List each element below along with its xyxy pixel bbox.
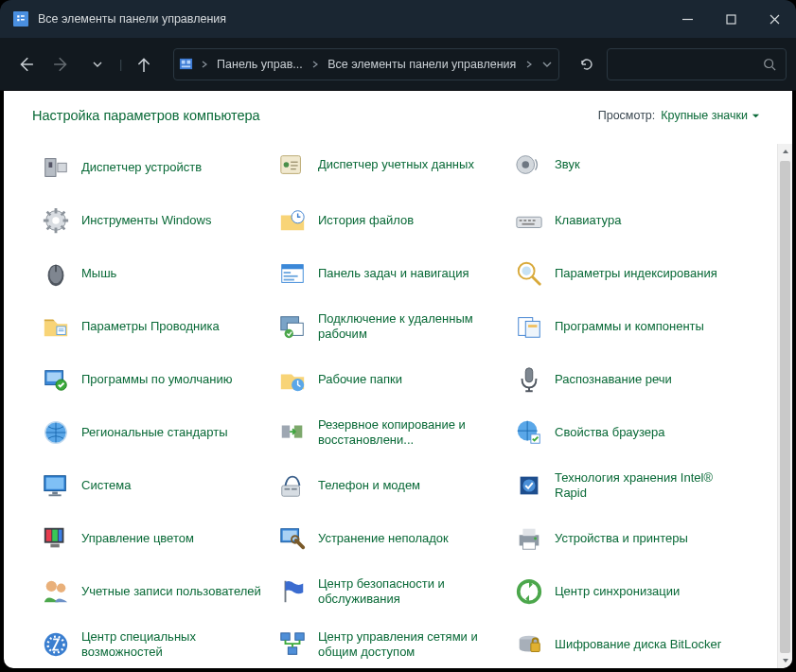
control-panel-item[interactable]: Параметры Проводника bbox=[32, 303, 269, 350]
control-panel-item[interactable]: Мышь bbox=[32, 250, 269, 297]
control-panel-item[interactable]: Телефон и модем bbox=[269, 462, 505, 509]
flag-icon bbox=[276, 575, 309, 608]
svg-rect-31 bbox=[59, 530, 62, 541]
svg-rect-43 bbox=[284, 272, 292, 274]
minimize-button[interactable] bbox=[665, 0, 709, 38]
breadcrumb-seg-1[interactable]: Панель управ... bbox=[211, 58, 309, 71]
mouse-icon bbox=[40, 257, 72, 290]
view-dropdown[interactable]: Крупные значки bbox=[661, 109, 760, 122]
navbar: | Панель управ... Все элементы панели уп… bbox=[0, 38, 796, 91]
control-panel-item[interactable]: Программы и компоненты bbox=[505, 303, 742, 350]
control-panel-item[interactable]: Система bbox=[32, 462, 269, 509]
refresh-button[interactable] bbox=[571, 48, 603, 80]
troubleshoot-icon bbox=[276, 522, 309, 555]
titlebar: Все элементы панели управления bbox=[0, 0, 796, 38]
item-label: Панель задач и навигация bbox=[318, 266, 469, 281]
item-label: Телефон и модем bbox=[318, 478, 420, 493]
item-label: Диспетчер устройств bbox=[81, 160, 202, 175]
control-panel-item[interactable]: Диспетчер устройств bbox=[32, 144, 269, 191]
content-area: Настройка параметров компьютера Просмотр… bbox=[4, 91, 792, 668]
item-label: Параметры индексирования bbox=[555, 266, 717, 281]
chevron-right-icon[interactable] bbox=[522, 61, 536, 68]
taskbar-icon bbox=[276, 257, 309, 290]
chevron-right-icon[interactable] bbox=[309, 61, 323, 68]
speech-icon bbox=[513, 363, 545, 396]
remote-icon bbox=[276, 310, 309, 343]
svg-point-48 bbox=[285, 329, 293, 338]
item-label: Резервное копирование и восстановлени... bbox=[318, 417, 498, 449]
item-label: Технология хранения Intel® Rapid bbox=[555, 470, 734, 502]
maximize-button[interactable] bbox=[709, 0, 752, 38]
control-panel-item[interactable]: Центр управления сетями и общим доступом bbox=[269, 621, 505, 668]
breadcrumb-seg-2[interactable]: Все элементы панели управления bbox=[322, 58, 522, 71]
control-panel-item[interactable]: Программы по умолчанию bbox=[32, 356, 269, 403]
control-panel-item[interactable]: Звук bbox=[505, 144, 742, 186]
item-label: Параметры Проводника bbox=[81, 319, 220, 334]
control-panel-item[interactable]: История файлов bbox=[269, 197, 505, 244]
svg-rect-13 bbox=[49, 162, 53, 168]
control-panel-item[interactable]: Управление цветом bbox=[32, 515, 269, 562]
window-buttons bbox=[665, 0, 796, 38]
close-button[interactable] bbox=[752, 0, 796, 38]
control-panel-item[interactable]: Центр синхронизации bbox=[505, 568, 742, 615]
control-panel-item[interactable]: Центр безопасности и обслуживания bbox=[269, 568, 505, 615]
control-panel-item[interactable]: Устранение неполадок bbox=[269, 515, 505, 562]
control-panel-item[interactable]: Резервное копирование и восстановлени... bbox=[269, 409, 505, 456]
item-label: История файлов bbox=[318, 213, 414, 228]
svg-point-86 bbox=[534, 538, 537, 540]
control-panel-item[interactable]: Шифрование диска BitLocker bbox=[505, 621, 742, 668]
network-icon bbox=[276, 628, 309, 661]
svg-rect-7 bbox=[182, 61, 186, 64]
breadcrumb-dropdown[interactable] bbox=[536, 60, 558, 69]
control-panel-item[interactable]: Свойства браузера bbox=[505, 409, 742, 456]
backup-icon bbox=[276, 416, 309, 449]
svg-rect-8 bbox=[186, 61, 190, 64]
bitlocker-icon bbox=[513, 628, 545, 661]
svg-rect-89 bbox=[531, 643, 540, 651]
nav-recent-button[interactable] bbox=[81, 48, 114, 80]
control-panel-item[interactable]: Инструменты Windows bbox=[32, 197, 269, 244]
chevron-right-icon[interactable] bbox=[198, 61, 212, 68]
scroll-thumb[interactable] bbox=[780, 161, 790, 653]
item-label: Центр безопасности и обслуживания bbox=[318, 576, 498, 608]
control-panel-item[interactable]: Рабочие папки bbox=[269, 356, 505, 403]
control-panel-item[interactable]: Учетные записи пользователей bbox=[32, 568, 269, 615]
programs-icon bbox=[513, 310, 545, 343]
default-programs-icon bbox=[40, 363, 72, 396]
svg-rect-27 bbox=[49, 494, 62, 496]
control-panel-item[interactable]: Панель задач и навигация bbox=[269, 250, 505, 297]
control-panel-item[interactable]: Клавиатура bbox=[505, 197, 742, 244]
search-input[interactable] bbox=[607, 48, 787, 80]
item-label: Рабочие папки bbox=[318, 372, 402, 387]
breadcrumb[interactable]: Панель управ... Все элементы панели упра… bbox=[173, 48, 559, 80]
control-panel-item[interactable]: Распознавание речи bbox=[505, 356, 742, 403]
control-panel-item[interactable]: Параметры индексирования bbox=[505, 250, 742, 297]
svg-point-10 bbox=[765, 59, 773, 67]
svg-rect-3 bbox=[17, 19, 19, 21]
svg-point-33 bbox=[46, 581, 57, 592]
item-label: Свойства браузера bbox=[555, 425, 664, 440]
work-folders-icon bbox=[276, 363, 309, 396]
svg-rect-71 bbox=[533, 220, 536, 221]
svg-rect-78 bbox=[525, 368, 533, 382]
item-label: Инструменты Windows bbox=[81, 213, 211, 228]
scrollbar[interactable] bbox=[777, 144, 792, 668]
control-panel-item[interactable]: Центр специальных возможностей bbox=[32, 621, 269, 668]
control-panel-item[interactable]: Технология хранения Intel® Rapid bbox=[505, 462, 742, 509]
scroll-up-button[interactable] bbox=[778, 144, 792, 159]
nav-up-button[interactable] bbox=[128, 48, 160, 80]
scroll-down-button[interactable] bbox=[778, 653, 792, 668]
nav-back-button[interactable] bbox=[9, 48, 42, 80]
browser-icon bbox=[513, 416, 545, 449]
control-panel-item[interactable]: Региональные стандарты bbox=[32, 409, 269, 456]
nav-forward-button[interactable] bbox=[45, 48, 78, 80]
svg-point-74 bbox=[522, 267, 531, 275]
svg-rect-53 bbox=[285, 488, 291, 490]
svg-point-66 bbox=[522, 161, 530, 168]
window-title: Все элементы панели управления bbox=[38, 12, 226, 26]
svg-rect-68 bbox=[520, 220, 522, 221]
control-panel-item[interactable]: Устройства и принтеры bbox=[505, 515, 742, 562]
item-label: Центр синхронизации bbox=[555, 584, 680, 599]
control-panel-item[interactable]: Диспетчер учетных данных bbox=[269, 144, 505, 186]
control-panel-item[interactable]: Подключение к удаленным рабочим bbox=[269, 303, 505, 350]
